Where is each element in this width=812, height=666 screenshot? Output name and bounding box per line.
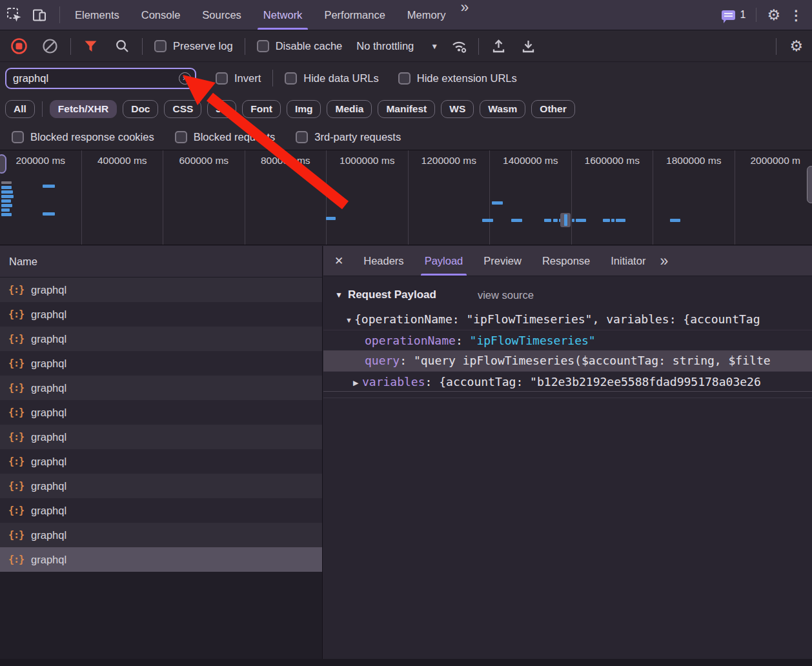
search-icon[interactable]	[107, 39, 138, 54]
overview-left-handle[interactable]	[0, 154, 6, 174]
view-source-link[interactable]: view source	[478, 289, 534, 301]
checkbox	[154, 40, 167, 52]
blocked-requests-checkbox[interactable]: Blocked requests	[167, 131, 283, 143]
more-options-icon[interactable]: ⋮	[787, 8, 806, 22]
detail-tab-initiator[interactable]: Initiator	[600, 246, 656, 276]
chip-font[interactable]: Font	[242, 100, 281, 118]
checkbox	[216, 72, 228, 85]
chip-media[interactable]: Media	[327, 100, 372, 118]
payload-row-query[interactable]: query: "query ipFlowTimeseries($accountT…	[323, 350, 812, 371]
issues-indicator[interactable]: 1	[722, 9, 746, 21]
network-settings-gear-icon[interactable]: ⚙	[780, 39, 812, 54]
more-tabs-icon[interactable]: »	[456, 0, 471, 30]
request-row[interactable]: {:}graphql	[0, 400, 322, 425]
chip-manifest[interactable]: Manifest	[378, 100, 435, 118]
request-row[interactable]: {:}graphql	[0, 523, 322, 547]
issues-icon	[722, 10, 735, 20]
tab-network[interactable]: Network	[252, 0, 314, 30]
clear-filter-icon[interactable]: ✕	[179, 72, 191, 85]
request-row[interactable]: {:}graphql	[0, 547, 322, 572]
3rd-party-requests-label: 3rd-party requests	[314, 131, 401, 143]
detail-tab-preview[interactable]: Preview	[473, 246, 532, 276]
detail-tab-payload[interactable]: Payload	[414, 246, 474, 276]
fetch-json-icon: {:}	[8, 529, 24, 541]
blocked-response-cookies-checkbox[interactable]: Blocked response cookies	[4, 131, 162, 143]
chip-js[interactable]: JS	[207, 100, 236, 118]
timeline-tick-label: 200000 ms	[15, 155, 65, 166]
detail-tab-headers[interactable]: Headers	[353, 246, 414, 276]
3rd-party-requests-checkbox[interactable]: 3rd-party requests	[288, 131, 409, 143]
filter-toggle-icon[interactable]	[75, 39, 107, 54]
payload-row-operationName[interactable]: operationName: "ipFlowTimeseries"	[323, 330, 812, 350]
chip-img[interactable]: Img	[287, 100, 321, 118]
tab-memory[interactable]: Memory	[396, 0, 457, 30]
request-row[interactable]: {:}graphql	[0, 351, 322, 376]
request-row[interactable]: {:}graphql	[0, 449, 322, 474]
clear-button[interactable]	[34, 38, 66, 54]
name-column-header[interactable]: Name	[0, 246, 322, 278]
chevron-double-right-icon[interactable]: »	[656, 254, 671, 268]
request-row[interactable]: {:}graphql	[0, 425, 322, 449]
timeline-column: 400000 ms	[82, 150, 164, 245]
inspect-element-icon[interactable]	[6, 7, 23, 23]
collapse-triangle-icon[interactable]: ▼	[335, 290, 343, 299]
chip-doc[interactable]: Doc	[123, 100, 158, 118]
request-bar	[1, 186, 12, 189]
timeline-column: 600000 ms	[163, 150, 245, 245]
tab-performance[interactable]: Performance	[313, 0, 396, 30]
payload-view: ▼ Request Payload view source ▼{operatio…	[323, 288, 812, 398]
hide-extension-urls-checkbox[interactable]: Hide extension URLs	[391, 72, 525, 85]
timeline-column: 800000 ms	[245, 150, 327, 245]
fetch-json-icon: {:}	[8, 480, 24, 492]
request-row[interactable]: {:}graphql	[0, 376, 322, 400]
detail-tab-response[interactable]: Response	[532, 246, 600, 276]
request-row[interactable]: {:}graphql	[0, 498, 322, 523]
request-row[interactable]: {:}graphql	[0, 302, 322, 327]
timeline-grid: 200000 ms400000 ms600000 ms800000 ms1000…	[0, 150, 812, 245]
request-row[interactable]: {:}graphql	[0, 278, 322, 302]
overview-right-handle[interactable]	[807, 166, 812, 203]
request-name: graphql	[31, 308, 66, 321]
network-conditions-icon[interactable]	[445, 38, 474, 54]
chip-other[interactable]: Other	[531, 100, 574, 118]
chip-fetch-xhr[interactable]: Fetch/XHR	[50, 100, 117, 118]
payload-summary-row[interactable]: ▼{operationName: "ipFlowTimeseries", var…	[323, 309, 812, 330]
close-detail-icon[interactable]: ✕	[323, 254, 353, 268]
invert-checkbox[interactable]: Invert	[208, 72, 269, 85]
chip-ws[interactable]: WS	[441, 100, 474, 118]
expand-triangle-icon[interactable]: ▼	[345, 310, 354, 330]
request-bar	[1, 190, 13, 194]
filter-input[interactable]: graphql ✕	[5, 68, 196, 89]
timeline-column: 1600000 ms	[572, 150, 654, 245]
request-row[interactable]: {:}graphql	[0, 474, 322, 498]
request-bar	[482, 219, 493, 222]
preserve-log-checkbox[interactable]: Preserve log	[147, 40, 241, 52]
tab-sources[interactable]: Sources	[191, 0, 252, 30]
export-har-icon[interactable]	[514, 38, 542, 54]
filter-input-value: graphql	[13, 72, 48, 85]
request-row[interactable]: {:}graphql	[0, 327, 322, 351]
disable-cache-checkbox[interactable]: Disable cache	[249, 40, 350, 52]
request-detail-panel: ✕ HeadersPayloadPreviewResponseInitiator…	[323, 246, 812, 666]
fetch-json-icon: {:}	[8, 456, 24, 467]
import-har-icon[interactable]	[483, 38, 514, 54]
record-button[interactable]	[0, 37, 34, 55]
request-bar	[492, 201, 503, 205]
issues-count: 1	[740, 9, 746, 21]
payload-row-variables[interactable]: ▶variables: {accountTag: "b12e3b2192ee55…	[323, 371, 812, 392]
timeline-tick-label: 600000 ms	[179, 155, 228, 166]
divider	[323, 398, 812, 398]
chip-all[interactable]: All	[5, 100, 35, 118]
tab-console[interactable]: Console	[130, 0, 192, 30]
request-bar	[1, 208, 10, 212]
chip-css[interactable]: CSS	[164, 100, 201, 118]
chip-wasm[interactable]: Wasm	[480, 100, 525, 118]
throttling-select[interactable]: No throttling ▼	[350, 40, 445, 52]
tab-elements[interactable]: Elements	[64, 0, 130, 30]
window-bottom-edge	[0, 659, 812, 666]
expand-triangle-icon[interactable]: ▶	[353, 372, 362, 392]
settings-gear-icon[interactable]: ⚙	[767, 8, 780, 23]
hide-data-urls-checkbox[interactable]: Hide data URLs	[277, 72, 386, 85]
network-overview-timeline[interactable]: 200000 ms400000 ms600000 ms800000 ms1000…	[0, 150, 812, 245]
device-toolbar-icon[interactable]	[32, 7, 48, 23]
